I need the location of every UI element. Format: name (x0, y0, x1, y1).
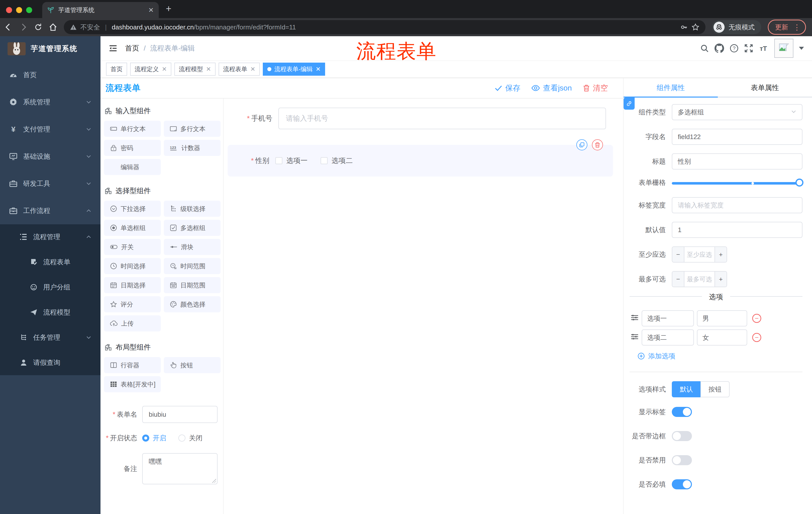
show-label-switch[interactable] (672, 407, 692, 417)
stepper-minus-icon[interactable]: − (672, 272, 685, 287)
stepper-minus-icon[interactable]: − (672, 247, 685, 262)
remove-option-button[interactable]: − (752, 333, 761, 342)
component-chip-counter[interactable]: 123 计数器 (164, 140, 221, 156)
form-canvas[interactable]: *手机号 请输入手机号 (224, 99, 623, 514)
sidebar-item-process-model[interactable]: 流程模型 (0, 300, 100, 325)
resize-grip-icon[interactable] (212, 479, 216, 483)
gender-option-1[interactable]: 选项一 (276, 156, 308, 165)
sidebar-item-home[interactable]: 首页 (0, 61, 100, 88)
minimize-window-button[interactable] (16, 7, 22, 13)
sidebar-item-process-mgmt[interactable]: 流程管理 (0, 224, 100, 249)
checkbox-icon[interactable] (276, 157, 282, 164)
default-value-input[interactable]: 1 (672, 222, 803, 238)
component-chip-rate[interactable]: 评分 (104, 296, 161, 312)
sidebar-fold-icon[interactable] (109, 44, 118, 53)
checkbox-icon[interactable] (321, 157, 328, 164)
style-default-button[interactable]: 默认 (672, 381, 700, 397)
option-value-input[interactable]: 女 (697, 329, 747, 346)
component-chip-button[interactable]: 按钮 (164, 357, 221, 373)
tag-process-form[interactable]: 流程表单✕ (219, 63, 260, 76)
sidebar-item-workflow[interactable]: 工作流程 (0, 197, 100, 224)
tag-close-icon[interactable]: ✕ (206, 65, 211, 73)
tag-process-model[interactable]: 流程模型✕ (174, 63, 215, 76)
status-radio-on[interactable]: 开启 (142, 434, 166, 442)
component-chip-password[interactable]: 密码 (104, 140, 161, 156)
close-window-button[interactable] (6, 7, 12, 13)
component-chip-date-range[interactable]: 日期范围 (164, 277, 221, 293)
sidebar-item-task-mgmt[interactable]: 任务管理 (0, 325, 100, 350)
browser-update-button[interactable]: 更新 ⋮ (768, 20, 806, 35)
tag-process-definition[interactable]: 流程定义✕ (130, 63, 171, 76)
component-chip-table[interactable]: 表格[开发中] (104, 376, 161, 392)
forward-icon[interactable] (19, 23, 28, 31)
font-size-icon[interactable]: тT (759, 44, 769, 53)
drag-handle-icon[interactable] (631, 314, 639, 323)
phone-field-row[interactable]: *手机号 请输入手机号 (231, 108, 606, 129)
max-select-stepper[interactable]: − 最多可选 + (672, 271, 727, 287)
component-chip-single-text[interactable]: 单行文本 (104, 121, 161, 137)
selected-component-block[interactable]: *性别 选项一 选项二 (228, 145, 613, 177)
avatar[interactable] (774, 39, 793, 58)
component-chip-time-range[interactable]: 时间范围 (164, 258, 221, 274)
title-input[interactable]: 性别 (672, 154, 803, 169)
component-type-select[interactable]: 多选框组 (672, 104, 803, 120)
link-field-button[interactable] (624, 98, 635, 110)
disabled-switch[interactable] (672, 455, 692, 465)
slider-handle[interactable] (795, 179, 804, 187)
component-chip-checkbox-group[interactable]: 多选框组 (164, 220, 221, 236)
option-value-input[interactable]: 男 (697, 310, 747, 326)
address-bar[interactable]: 不安全 | dashboard.yudao.iocoder.cn/bpm/man… (64, 20, 705, 34)
save-button[interactable]: 保存 (495, 83, 520, 93)
home-icon[interactable] (49, 23, 57, 31)
component-chip-row-container[interactable]: 行容器 (104, 357, 161, 373)
add-option-button[interactable]: 添加选项 (638, 352, 803, 360)
option-label-input[interactable]: 选项二 (642, 329, 694, 346)
tab-form-props[interactable]: 表单属性 (718, 78, 812, 98)
back-icon[interactable] (4, 23, 12, 31)
style-button-button[interactable]: 按钮 (700, 381, 730, 397)
window-controls[interactable] (0, 7, 38, 18)
new-tab-button[interactable]: + (159, 3, 171, 18)
form-grid-slider[interactable] (672, 179, 803, 187)
form-name-input[interactable]: biubiu (142, 406, 218, 423)
caret-down-icon[interactable] (799, 46, 804, 50)
clear-button[interactable]: 清空 (583, 83, 608, 93)
form-remark-textarea[interactable]: 嘿嘿 (142, 453, 218, 484)
component-chip-select[interactable]: 下拉选择 (104, 201, 161, 217)
min-select-stepper[interactable]: − 至少应选 + (672, 246, 727, 263)
sidebar-item-devtools[interactable]: 研发工具 (0, 170, 100, 197)
help-icon[interactable]: ? (730, 44, 738, 53)
tag-close-icon[interactable]: ✕ (250, 65, 255, 73)
tag-close-icon[interactable]: ✕ (162, 65, 167, 73)
label-width-input[interactable]: 请输入标签宽度 (672, 197, 803, 213)
fullscreen-icon[interactable] (744, 44, 753, 53)
bookmark-star-icon[interactable] (691, 23, 699, 31)
tag-close-icon[interactable]: ✕ (316, 65, 321, 73)
component-chip-editor[interactable]: 编辑器 (104, 159, 161, 175)
delete-component-button[interactable] (592, 139, 603, 151)
component-chip-time-picker[interactable]: 时间选择 (104, 258, 161, 274)
tab-close-icon[interactable]: ✕ (148, 7, 154, 13)
sidebar-item-process-form[interactable]: 流程表单 (0, 249, 100, 275)
sidebar-item-leave-query[interactable]: 请假查询 (0, 350, 100, 375)
tag-process-form-edit[interactable]: 流程表单-编辑✕ (263, 63, 325, 76)
tag-home[interactable]: 首页 (106, 63, 127, 76)
field-name-input[interactable]: field122 (672, 129, 803, 145)
view-json-button[interactable]: 查看json (531, 83, 572, 93)
sidebar-item-payment[interactable]: ¥ 支付管理 (0, 116, 100, 143)
github-icon[interactable] (715, 44, 724, 53)
option-label-input[interactable]: 选项一 (642, 310, 694, 326)
breadcrumb-home[interactable]: 首页 (125, 44, 139, 53)
component-chip-color-picker[interactable]: 颜色选择 (164, 296, 221, 312)
search-icon[interactable] (700, 44, 709, 53)
browser-tab[interactable]: 芋道管理系统 ✕ (42, 2, 159, 18)
component-chip-multi-text[interactable]: 多行文本 (164, 121, 221, 137)
sidebar-item-user-group[interactable]: 用户分组 (0, 275, 100, 300)
phone-input[interactable]: 请输入手机号 (279, 108, 606, 129)
copy-component-button[interactable] (576, 139, 587, 151)
password-key-icon[interactable] (680, 23, 688, 31)
max-select-placeholder[interactable]: 最多可选 (685, 272, 715, 287)
gender-option-2[interactable]: 选项二 (321, 156, 353, 165)
tab-component-props[interactable]: 组件属性 (624, 78, 718, 98)
sidebar-item-system[interactable]: 系统管理 (0, 88, 100, 116)
